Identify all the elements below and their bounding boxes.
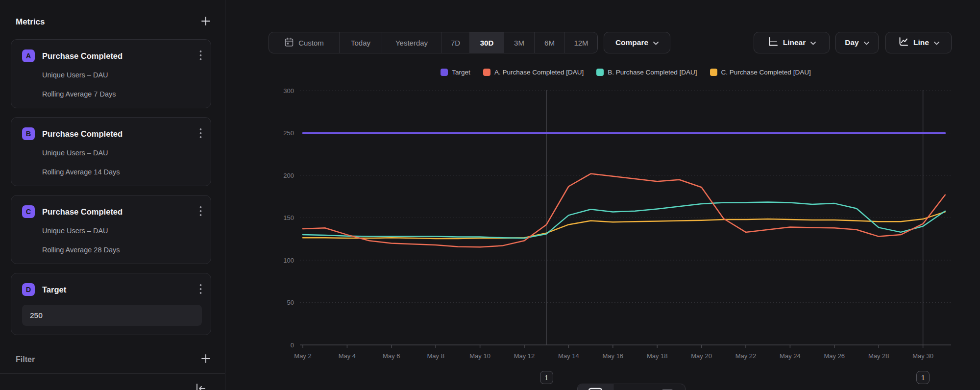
- annotation-badge[interactable]: 1: [916, 371, 930, 384]
- collapse-left-icon: [194, 382, 207, 390]
- svg-text:250: 250: [283, 129, 294, 137]
- chart-size-option-3[interactable]: [649, 384, 685, 390]
- sidebar-divider: [0, 373, 225, 374]
- svg-text:May 30: May 30: [912, 352, 933, 360]
- metric-measure: Unique Users – DAU: [42, 70, 202, 80]
- metric-letter-badge: A: [22, 49, 35, 62]
- svg-text:May 2: May 2: [294, 352, 311, 360]
- metric-menu-button[interactable]: [199, 50, 202, 62]
- metric-card[interactable]: CPurchase CompletedUnique Users – DAURol…: [11, 195, 211, 264]
- svg-text:May 24: May 24: [780, 352, 801, 360]
- kebab-icon: [199, 50, 202, 62]
- svg-text:100: 100: [283, 257, 294, 264]
- panel-icon: [588, 387, 603, 390]
- panel-icon: [623, 387, 639, 390]
- metric-title: Purchase Completed: [42, 51, 199, 61]
- target-card[interactable]: DTarget250: [11, 273, 211, 335]
- filter-section: Filter: [16, 353, 211, 366]
- target-value-input[interactable]: 250: [22, 305, 202, 326]
- panel-icon: [660, 387, 675, 390]
- metric-title: Purchase Completed: [42, 207, 199, 217]
- svg-text:May 14: May 14: [558, 352, 579, 360]
- svg-text:May 4: May 4: [339, 352, 356, 360]
- collapse-sidebar-button[interactable]: [194, 382, 207, 390]
- metrics-sidebar: Metrics APurchase CompletedUnique Users …: [0, 0, 225, 390]
- svg-text:May 10: May 10: [469, 352, 490, 360]
- metric-measure: Unique Users – DAU: [42, 226, 202, 236]
- line-chart: 050100150200250300May 2May 4May 6May 8Ma…: [225, 0, 980, 390]
- metric-transform: Rolling Average 14 Days: [42, 167, 202, 177]
- metric-letter-badge: B: [22, 127, 35, 140]
- svg-text:300: 300: [283, 87, 294, 95]
- kebab-icon: [199, 284, 202, 296]
- metric-measure: Unique Users – DAU: [42, 148, 202, 158]
- add-filter-button[interactable]: [200, 353, 211, 366]
- plus-icon: [200, 16, 211, 28]
- metric-card-list: APurchase CompletedUnique Users – DAURol…: [11, 39, 211, 344]
- chart-panel: CustomTodayYesterday7D30D3M6M12M Compare…: [225, 0, 980, 390]
- add-metric-button[interactable]: [200, 16, 211, 28]
- metric-title: Purchase Completed: [42, 129, 199, 139]
- kebab-icon: [199, 128, 202, 140]
- svg-text:150: 150: [283, 214, 294, 221]
- metric-menu-button[interactable]: [199, 284, 202, 296]
- annotation-badge[interactable]: 1: [540, 371, 553, 384]
- metric-menu-button[interactable]: [199, 206, 202, 218]
- svg-text:May 12: May 12: [514, 352, 535, 360]
- metrics-title: Metrics: [16, 17, 45, 27]
- plus-icon: [200, 353, 211, 366]
- chart-size-option-1[interactable]: [578, 384, 613, 390]
- svg-text:May 8: May 8: [427, 352, 444, 360]
- svg-text:May 18: May 18: [647, 352, 668, 360]
- svg-text:May 6: May 6: [383, 352, 400, 360]
- svg-text:May 16: May 16: [602, 352, 623, 360]
- filter-title: Filter: [16, 355, 35, 364]
- metric-letter-badge: C: [22, 205, 35, 218]
- metric-menu-button[interactable]: [199, 128, 202, 140]
- metric-transform: Rolling Average 28 Days: [42, 245, 202, 255]
- svg-text:0: 0: [291, 341, 294, 349]
- svg-text:May 26: May 26: [824, 352, 845, 360]
- metric-card[interactable]: BPurchase CompletedUnique Users – DAURol…: [11, 117, 211, 186]
- metrics-header: Metrics: [16, 16, 211, 28]
- svg-text:May 28: May 28: [868, 352, 889, 360]
- chart-size-toggle: [577, 384, 686, 390]
- svg-text:May 20: May 20: [691, 352, 712, 360]
- svg-text:50: 50: [287, 299, 294, 306]
- svg-text:May 22: May 22: [735, 352, 757, 360]
- metric-card[interactable]: APurchase CompletedUnique Users – DAURol…: [11, 39, 211, 108]
- chart-size-option-2[interactable]: [613, 384, 649, 390]
- svg-text:200: 200: [283, 172, 294, 179]
- metric-letter-badge: D: [22, 283, 35, 296]
- metric-transform: Rolling Average 7 Days: [42, 89, 202, 99]
- metric-title: Target: [42, 285, 199, 294]
- kebab-icon: [199, 206, 202, 218]
